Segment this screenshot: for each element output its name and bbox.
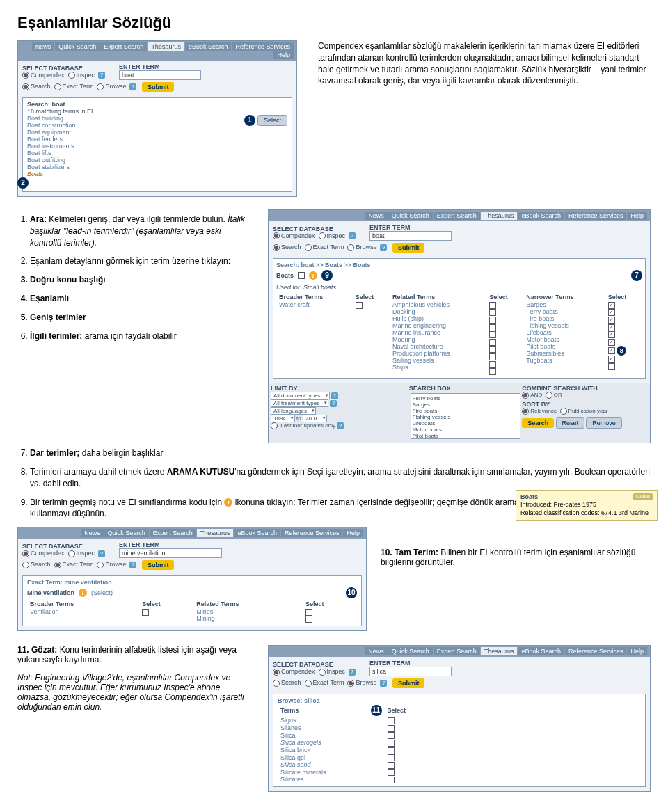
screenshot-1: NewsQuick SearchExpert SearchThesauruseB… <box>17 40 297 197</box>
screenshot-3: NewsQuick SearchExpert SearchThesauruseB… <box>17 527 367 631</box>
result-item[interactable]: Boat construction <box>27 122 76 129</box>
term-input[interactable]: boat <box>369 231 452 241</box>
term-input[interactable]: boat <box>119 70 201 80</box>
browse-header: Browse: silica <box>278 697 641 704</box>
list-item: Ara: Kelimeleri geniş, dar veya ilgili t… <box>30 214 254 248</box>
term-input[interactable]: mine ventilation <box>119 548 222 558</box>
search-header: Search: boat <box>27 101 65 108</box>
note-text: Not: Engineering Village2'de, eşanlamlıl… <box>17 673 254 712</box>
submit-button[interactable]: Submit <box>142 82 175 92</box>
info-icon[interactable]: i <box>79 589 87 597</box>
results-list: Search: boat 18 matching terms in EI Boa… <box>22 97 292 192</box>
treatment-select[interactable]: All treatment types <box>271 399 328 407</box>
submit-button[interactable]: Submit <box>392 678 425 688</box>
nav-thesaurus[interactable]: Thesaurus <box>148 42 184 51</box>
info-icon[interactable]: i <box>309 271 317 280</box>
callout-7: 7 <box>631 270 642 281</box>
nav-bar: NewsQuick SearchExpert SearchThesauruseB… <box>269 210 650 221</box>
page-title: Eşanlamlılar Sözlüğü <box>17 14 651 32</box>
item-11-text: 11. Gözat: Konu terimlerinin alfabetik l… <box>17 645 254 664</box>
nav-quick[interactable]: Quick Search <box>55 42 100 51</box>
result-item[interactable]: Boat fenders <box>27 136 76 143</box>
intro-paragraph: Compendex eşanlamlılar sözlüğü makaleler… <box>318 40 651 87</box>
submit-button[interactable]: Submit <box>142 560 175 570</box>
doc-type-select[interactable]: All document types <box>271 392 330 399</box>
enter-term-label: ENTER TERM <box>119 63 201 70</box>
nav-ebook[interactable]: eBook Search <box>185 42 232 51</box>
instruction-list: Ara: Kelimeleri geniş, dar veya ilgili t… <box>17 214 254 342</box>
list-item: Geniş terimler <box>30 312 254 324</box>
callout-2: 2 <box>17 177 29 189</box>
result-item[interactable]: Boat instruments <box>27 143 76 150</box>
select-button[interactable]: Select <box>257 115 287 126</box>
list-item: Terimleri aramaya dahil etmek üzere ARAM… <box>30 466 651 490</box>
list-item: Bir terimin geçmiş notu ve EI sınıflandı… <box>30 497 651 520</box>
history-tooltip: Close Boats Introduced: Pre-dates 1975 R… <box>516 490 658 521</box>
close-button[interactable]: Close <box>633 493 653 500</box>
list-item: Doğru konu başlığı <box>30 274 254 286</box>
search-box[interactable]: Ferry boats Barges Fire boats Fishing ve… <box>411 393 521 439</box>
screenshot-2: NewsQuick SearchExpert SearchThesauruseB… <box>268 209 651 443</box>
reset-button[interactable]: Reset <box>556 417 585 429</box>
search-button[interactable]: Search <box>522 418 554 428</box>
help-icon[interactable]: ? <box>98 72 105 79</box>
result-item[interactable]: Boat stabilizers <box>27 164 76 170</box>
result-item[interactable]: Boats <box>27 170 76 177</box>
select-db-label: SELECT DATABASE <box>22 65 105 72</box>
term-input[interactable]: silica <box>369 667 452 676</box>
callout-8: 8 <box>617 346 626 356</box>
result-item[interactable]: Boat lifts <box>27 150 76 157</box>
nav-help[interactable]: Help <box>273 51 294 59</box>
nav-news[interactable]: News <box>32 42 55 51</box>
screenshot-4: NewsQuick SearchExpert SearchThesauruseB… <box>268 645 651 792</box>
nav-ref[interactable]: Reference Services <box>232 42 294 51</box>
remove-button[interactable]: Remove <box>586 417 622 429</box>
callout-10: 10 <box>346 587 357 598</box>
callout-11: 11 <box>371 705 382 716</box>
nav-bar: NewsQuick SearchExpert SearchThesauruseB… <box>18 527 366 539</box>
info-icon[interactable]: i <box>224 498 232 507</box>
nav-expert[interactable]: Expert Search <box>100 42 147 51</box>
search-header: Search: boat >> Boats >> Boats <box>276 262 642 269</box>
submit-button[interactable]: Submit <box>392 243 425 253</box>
help-icon[interactable]: ? <box>129 83 136 90</box>
lang-select[interactable]: All languages <box>271 407 316 415</box>
list-item: Dar terimler; daha belirgin başlıklar <box>30 447 651 459</box>
nav-bar: NewsQuick SearchExpert SearchThesauruseB… <box>269 646 650 657</box>
nav-bar: NewsQuick SearchExpert SearchThesauruseB… <box>18 41 296 61</box>
list-item: Eşanlam detaylarını görmek için terim üz… <box>30 255 254 267</box>
radio-browse[interactable] <box>97 83 104 90</box>
radio-search[interactable] <box>22 83 29 90</box>
radio-compendex[interactable] <box>22 72 29 79</box>
callout-9: 9 <box>321 270 333 281</box>
item-10-text: 10. Tam Terim: Bilinen bir EI kontrollü … <box>381 548 651 567</box>
result-item[interactable]: Boat equipment <box>27 129 76 136</box>
radio-exact[interactable] <box>54 83 61 90</box>
list-item: Eşanlamlı <box>30 293 254 305</box>
callout-1: 1 <box>244 115 255 126</box>
radio-inspec[interactable] <box>68 72 75 79</box>
result-item[interactable]: Boat building <box>27 115 76 122</box>
list-item: İlgili terimler; arama için faydalı olab… <box>30 331 254 342</box>
instruction-list-2: Dar terimler; daha belirgin başlıklar Te… <box>17 447 651 520</box>
result-item[interactable]: Boat outfitting <box>27 157 76 164</box>
